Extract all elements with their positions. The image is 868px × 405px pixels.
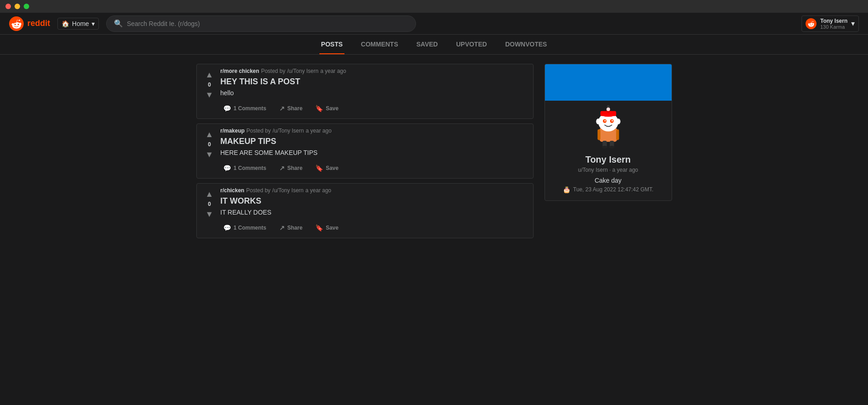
vote-column: ▲ 0 ▼ [204,68,215,100]
tab-posts[interactable]: POSTS [319,35,344,54]
profile-info: Tony Isern u/Tony Isern · a year ago Cak… [545,151,672,200]
svg-point-13 [616,118,620,124]
cake-icon: 🎂 [563,186,570,193]
user-dropdown-icon: ▾ [851,19,855,28]
cake-day-label: Cake day [552,177,664,184]
karma-display: 130 Karma [820,24,847,30]
share-icon: ↗ [279,224,285,231]
share-label: Share [288,105,303,112]
share-button[interactable]: ↗ Share [277,162,305,174]
profile-banner [545,64,672,101]
minimize-button[interactable] [15,4,20,9]
svg-rect-4 [616,129,619,140]
tab-comments[interactable]: COMMENTS [359,35,400,54]
save-icon: 🔖 [315,105,323,112]
post-card: ▲ 0 ▼ r/makeup Posted by /u/Tony Isern a… [196,123,534,179]
profile-username: u/Tony Isern · a year ago [552,167,664,173]
svg-point-10 [604,120,606,121]
comments-button[interactable]: 💬 1 Comments [221,221,269,234]
upvote-button[interactable]: ▲ [205,189,215,199]
cake-day-date-text: Tue, 23 Aug 2022 12:47:42 GMT. [573,186,653,193]
svg-rect-3 [597,129,600,140]
post-username[interactable]: /u/Tony Isern [287,68,318,74]
search-input[interactable] [127,20,408,27]
home-dropdown[interactable]: 🏠 Home ▾ [57,18,99,30]
svg-point-12 [596,118,600,124]
save-button[interactable]: 🔖 Save [313,162,341,174]
tab-downvotes[interactable]: DOWNVOTES [503,35,549,54]
titlebar [0,0,868,13]
post-subreddit[interactable]: r/makeup [221,128,245,134]
post-username[interactable]: /u/Tony Isern [272,187,304,194]
svg-point-21 [609,146,615,149]
cake-day-date: 🎂 Tue, 23 Aug 2022 12:47:42 GMT. [552,186,664,193]
post-body: r/chicken Posted by /u/Tony Isern a year… [221,187,526,234]
svg-point-20 [601,146,607,149]
avatar [806,18,817,29]
reddit-logo[interactable]: reddit [9,16,50,31]
tab-bar: POSTS COMMENTS SAVED UPVOTED DOWNVOTES [0,35,868,55]
comments-button[interactable]: 💬 1 Comments [221,102,269,115]
tab-saved[interactable]: SAVED [415,35,440,54]
home-icon: 🏠 [62,20,69,27]
profile-avatar-container [545,101,672,151]
share-icon: ↗ [279,164,285,172]
post-title[interactable]: IT WORKS [221,196,526,206]
post-meta: r/more chicken Posted by /u/Tony Isern a… [221,68,526,74]
comments-button[interactable]: 💬 1 Comments [221,162,269,174]
user-avatar-icon [806,19,816,28]
save-button[interactable]: 🔖 Save [313,102,341,115]
share-label: Share [288,165,303,171]
reddit-wordmark: reddit [27,19,50,28]
vote-count: 0 [208,82,211,88]
post-body: r/more chicken Posted by /u/Tony Isern a… [221,68,526,115]
search-bar[interactable]: 🔍 [106,15,416,32]
save-label: Save [326,105,339,112]
downvote-button[interactable]: ▼ [205,209,215,219]
downvote-button[interactable]: ▼ [205,149,215,159]
downvote-button[interactable]: ▼ [205,90,215,100]
svg-point-11 [611,120,613,121]
share-button[interactable]: ↗ Share [277,102,305,115]
post-actions: 💬 1 Comments ↗ Share 🔖 Save [221,162,526,174]
post-time: a year ago [305,187,331,194]
home-chevron-icon: ▾ [92,20,95,27]
post-text: hello [221,89,526,97]
upvote-button[interactable]: ▲ [205,129,215,139]
post-username[interactable]: /u/Tony Isern [272,128,304,134]
save-button[interactable]: 🔖 Save [313,221,341,234]
maximize-button[interactable] [24,4,29,9]
svg-point-17 [606,108,610,111]
main-content: ▲ 0 ▼ r/more chicken Posted by /u/Tony I… [161,55,708,247]
posted-by-label: Posted by [261,68,285,74]
close-button[interactable] [5,4,11,9]
comments-label: 1 Comments [234,225,267,231]
post-text: IT REALLY DOES [221,209,526,216]
post-title[interactable]: HEY THIS IS A POST [221,77,526,87]
comments-label: 1 Comments [234,105,267,112]
save-label: Save [326,225,339,231]
post-meta: r/chicken Posted by /u/Tony Isern a year… [221,187,526,194]
user-menu[interactable]: Tony Isern 130 Karma ▾ [801,15,859,32]
post-time: a year ago [320,68,346,74]
home-label: Home [72,20,89,27]
comment-icon: 💬 [223,224,231,231]
post-actions: 💬 1 Comments ↗ Share 🔖 Save [221,102,526,115]
post-subreddit[interactable]: r/chicken [221,187,245,194]
save-label: Save [326,165,339,171]
post-title[interactable]: MAKEUP TIPS [221,137,526,146]
share-button[interactable]: ↗ Share [277,221,305,234]
save-icon: 🔖 [315,164,323,172]
username-display: Tony Isern [820,18,847,24]
search-icon: 🔍 [114,19,123,28]
upvote-button[interactable]: ▲ [205,70,215,80]
profile-card: Tony Isern u/Tony Isern · a year ago Cak… [544,64,672,201]
post-subreddit[interactable]: r/more chicken [221,68,259,74]
vote-count: 0 [208,201,211,207]
tab-upvoted[interactable]: UPVOTED [454,35,489,54]
post-meta: r/makeup Posted by /u/Tony Isern a year … [221,128,526,134]
post-card: ▲ 0 ▼ r/chicken Posted by /u/Tony Isern … [196,183,534,238]
posted-by-label: Posted by [247,128,271,134]
navbar: reddit 🏠 Home ▾ 🔍 Tony Isern 130 Karma ▾ [0,13,868,35]
sidebar: Tony Isern u/Tony Isern · a year ago Cak… [544,64,672,238]
